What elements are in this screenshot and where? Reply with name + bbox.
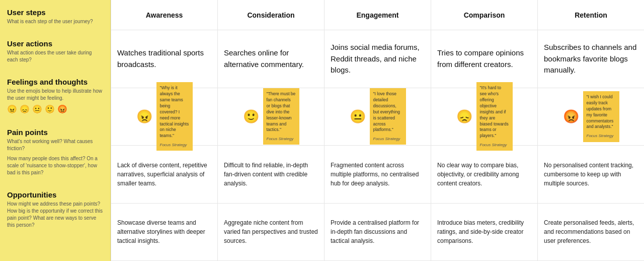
sticky-text-1: "There must be fan channels or blogs tha… [267, 91, 296, 133]
sticky-author-1: Focus Strategy [267, 136, 296, 142]
column-consideration: Consideration Searches online for altern… [217, 0, 324, 261]
col-header-4: Retention [538, 0, 644, 30]
sticky-note-3: "It's hard to see who's offering objecti… [476, 82, 513, 151]
user-actions-title: User actions [7, 39, 103, 48]
column-comparison: Comparison Tries to compare opinions fro… [431, 0, 537, 261]
cell-feelings-1: 🙂 "There must be fan channels or blogs t… [218, 88, 324, 146]
feelings-title: Feelings and thoughts [7, 78, 103, 86]
sticky-note-0: "Why is it always the same teams being c… [156, 82, 193, 151]
columns-container: Awareness Watches traditional sports bro… [111, 0, 644, 261]
cell-user-action-1: Searches online for alternative commenta… [218, 30, 324, 88]
sticky-note-4: "I wish I could easily track updates fro… [583, 91, 619, 142]
pain-points-subtitle2: How many people does this affect? On a s… [7, 155, 103, 176]
emoji-rage: 😡 [57, 104, 67, 114]
sticky-author-0: Focus Strategy [160, 142, 189, 148]
main-content: Awareness Watches traditional sports bro… [111, 0, 644, 261]
opportunities-subtitle: How might we address these pain points? … [7, 201, 103, 229]
cell-opportunity-1: Aggregate niche content from varied fan … [218, 204, 324, 262]
user-steps-title: User steps [7, 8, 103, 17]
col-header-2: Engagement [325, 0, 431, 30]
sticky-text-2: "I love those detailed discussions, but … [373, 91, 403, 133]
col-header-3: Comparison [431, 0, 537, 30]
cell-user-action-2: Joins social media forums, Reddit thread… [325, 30, 431, 88]
col-header-1: Consideration [218, 0, 324, 30]
emoji-happy: 🙂 [45, 104, 55, 114]
cell-opportunity-2: Provide a centralised platform for in-de… [325, 204, 431, 262]
sticky-note-1: "There must be fan channels or blogs tha… [263, 88, 299, 145]
sticky-author-2: Focus Strategy [373, 136, 403, 142]
column-awareness: Awareness Watches traditional sports bro… [111, 0, 217, 261]
sticky-text-0: "Why is it always the same teams being c… [160, 85, 189, 139]
sidebar-section-pain-points: Pain points What's not working well? Wha… [7, 128, 103, 176]
user-steps-subtitle: What is each step of the user journey? [7, 18, 103, 25]
cell-user-action-0: Watches traditional sports broadcasts. [111, 30, 217, 88]
column-engagement: Engagement Joins social media forums, Re… [324, 0, 431, 261]
emoji-sad: 😞 [20, 104, 30, 114]
feelings-subtitle: Use the emojis below to help illustrate … [7, 88, 103, 102]
cell-pain-2: Fragmented content across multiple platf… [325, 146, 431, 204]
sidebar: User steps What is each step of the user… [0, 0, 111, 261]
user-actions-subtitle: What action does the user take during ea… [7, 49, 103, 63]
emoji-neutral: 😐 [32, 104, 42, 114]
cell-pain-3: No clear way to compare bias, objectivit… [431, 146, 537, 204]
sticky-text-3: "It's hard to see who's offering objecti… [480, 85, 509, 139]
pain-points-subtitle1: What's not working well? What causes fri… [7, 138, 103, 152]
opportunities-title: Opportunities [7, 190, 103, 199]
feeling-emoji-4: 😡 [563, 107, 579, 126]
sticky-text-4: "I wish I could easily track updates fro… [587, 94, 616, 130]
sidebar-section-opportunities: Opportunities How might we address these… [7, 190, 103, 229]
col-header-0: Awareness [111, 0, 217, 30]
cell-feelings-0: 😠 "Why is it always the same teams being… [111, 88, 217, 146]
cell-pain-4: No personalised content tracking, cumber… [538, 146, 644, 204]
emoji-legend: 😠 😞 😐 🙂 😡 [7, 104, 103, 114]
sidebar-section-user-actions: User actions What action does the user t… [7, 39, 103, 63]
cell-pain-1: Difficult to find reliable, in-depth fan… [218, 146, 324, 204]
sticky-note-2: "I love those detailed discussions, but … [370, 88, 406, 145]
sticky-author-3: Focus Strategy [480, 142, 509, 148]
emoji-angry: 😠 [7, 104, 17, 114]
cell-feelings-4: 😡 "I wish I could easily track updates f… [538, 88, 644, 146]
cell-user-action-4: Subscribes to channels and bookmarks fav… [538, 30, 644, 88]
feeling-emoji-0: 😠 [136, 107, 152, 126]
cell-user-action-3: Tries to compare opinions from different… [431, 30, 537, 88]
cell-feelings-3: 😞 "It's hard to see who's offering objec… [431, 88, 537, 146]
sidebar-section-user-steps: User steps What is each step of the user… [7, 8, 103, 25]
sidebar-section-feelings: Feelings and thoughts Use the emojis bel… [7, 78, 103, 114]
cell-opportunity-3: Introduce bias meters, credibility ratin… [431, 204, 537, 262]
sticky-author-4: Focus Strategy [587, 133, 616, 139]
cell-opportunity-0: Showcase diverse teams and alternative s… [111, 204, 217, 262]
cell-pain-0: Lack of diverse content, repetitive narr… [111, 146, 217, 204]
pain-points-title: Pain points [7, 128, 103, 137]
column-retention: Retention Subscribes to channels and boo… [537, 0, 644, 261]
feeling-emoji-1: 🙂 [243, 107, 259, 126]
cell-feelings-2: 😐 "I love those detailed discussions, bu… [325, 88, 431, 146]
cell-opportunity-4: Create personalised feeds, alerts, and r… [538, 204, 644, 262]
feeling-emoji-3: 😞 [456, 107, 472, 126]
feeling-emoji-2: 😐 [350, 107, 366, 126]
